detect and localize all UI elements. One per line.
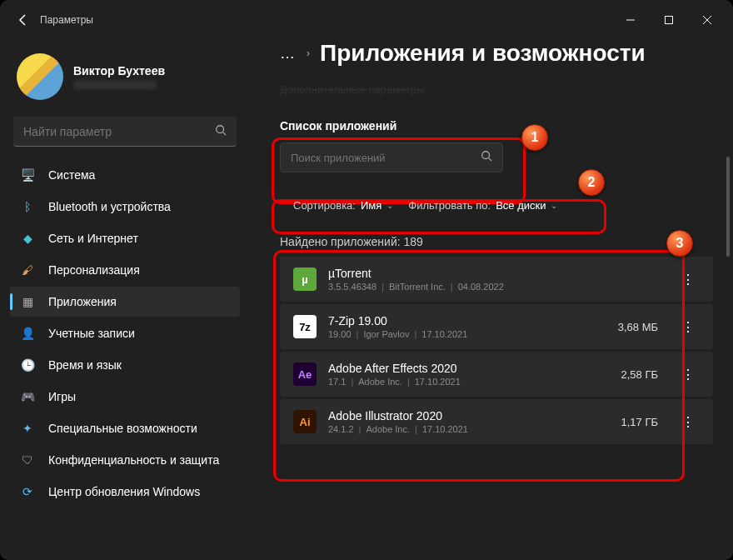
settings-search[interactable]: [13, 117, 237, 147]
nav-label: Игры: [48, 390, 76, 403]
app-size: 1,17 ГБ: [621, 416, 658, 428]
sidebar-item[interactable]: 🖥️Система: [10, 160, 240, 190]
app-name: Adobe Illustrator 2020: [328, 409, 610, 422]
nav-label: Система: [48, 168, 95, 182]
sidebar-item[interactable]: ⟳Центр обновления Windows: [10, 477, 240, 507]
nav-icon: 🖌: [20, 262, 35, 278]
sidebar-item[interactable]: 🎮Игры: [10, 382, 240, 412]
app-row[interactable]: µ µTorrent 3.5.5.46348|BitTorrent Inc.|0…: [280, 257, 713, 302]
svg-point-2: [217, 125, 224, 132]
breadcrumb-more[interactable]: …: [280, 45, 297, 62]
nav-label: Сеть и Интернет: [48, 232, 138, 245]
app-name: µTorrent: [328, 267, 646, 280]
truncated-text: Дополнительные параметры: [280, 83, 713, 96]
sidebar-item[interactable]: 🖌Персонализация: [10, 255, 240, 285]
nav-icon: ▦: [20, 294, 35, 309]
nav-label: Bluetooth и устройства: [48, 200, 171, 213]
nav-icon: 🕒: [20, 358, 35, 372]
nav-label: Центр обновления Windows: [48, 485, 200, 498]
sidebar-item[interactable]: 👤Учетные записи: [10, 318, 240, 348]
user-profile[interactable]: Виктор Бухтеев: [10, 40, 240, 117]
app-icon: Ai: [293, 410, 317, 433]
app-search-input[interactable]: [291, 152, 481, 164]
app-row[interactable]: Ae Adobe After Effects 2020 17.1|Adobe I…: [280, 352, 713, 397]
settings-search-input[interactable]: [23, 125, 215, 138]
app-row[interactable]: 7z 7-Zip 19.00 19.00|Igor Pavlov|17.10.2…: [280, 304, 713, 349]
user-name: Виктор Бухтеев: [73, 64, 165, 78]
app-list: µ µTorrent 3.5.5.46348|BitTorrent Inc.|0…: [280, 257, 713, 444]
search-icon: [215, 124, 227, 139]
nav-label: Учетные записи: [48, 327, 135, 340]
sidebar-item[interactable]: ✦Специальные возможности: [10, 413, 240, 443]
found-count: Найдено приложений: 189: [280, 235, 713, 248]
svg-point-4: [482, 152, 490, 159]
app-more-button[interactable]: ⋮: [676, 362, 700, 386]
nav-icon: 🎮: [20, 389, 35, 404]
nav-icon: ᛒ: [20, 199, 35, 214]
callout-3: 3: [666, 230, 693, 257]
app-meta: 17.1|Adobe Inc.|17.10.2021: [328, 377, 610, 387]
sidebar-item[interactable]: ▦Приложения: [10, 287, 240, 317]
sidebar-item[interactable]: ◆Сеть и Интернет: [10, 223, 240, 253]
app-name: Adobe After Effects 2020: [328, 362, 610, 375]
chevron-down-icon: ⌄: [551, 201, 557, 210]
app-size: 3,68 МБ: [618, 321, 658, 333]
window-title: Параметры: [40, 14, 93, 26]
app-name: 7-Zip 19.00: [328, 314, 606, 328]
back-button[interactable]: [7, 3, 40, 37]
nav-icon: ⟳: [20, 484, 35, 499]
filter-dropdown[interactable]: Фильтровать по: Все диски ⌄: [408, 199, 557, 212]
scrollbar[interactable]: [726, 157, 730, 257]
minimize-button[interactable]: [611, 7, 650, 33]
sort-dropdown[interactable]: Сортировка: Имя ⌄: [293, 199, 393, 212]
sidebar-item[interactable]: 🕒Время и язык: [10, 350, 240, 380]
nav-label: Персонализация: [48, 263, 140, 277]
app-meta: 19.00|Igor Pavlov|17.10.2021: [328, 329, 606, 339]
nav-icon: 🖥️: [20, 168, 35, 182]
nav-icon: ✦: [20, 421, 35, 436]
chevron-right-icon: ›: [307, 48, 310, 59]
svg-rect-1: [666, 17, 673, 24]
sidebar-item[interactable]: ᛒBluetooth и устройства: [10, 192, 240, 222]
close-button[interactable]: [688, 7, 726, 33]
nav: 🖥️СистемаᛒBluetooth и устройства◆Сеть и …: [10, 160, 240, 560]
app-row[interactable]: Ai Adobe Illustrator 2020 24.1.2|Adobe I…: [280, 399, 713, 444]
nav-label: Время и язык: [48, 358, 122, 372]
maximize-button[interactable]: [650, 7, 688, 33]
nav-label: Приложения: [48, 295, 117, 308]
app-icon: Ae: [293, 362, 317, 386]
nav-label: Специальные возможности: [48, 422, 197, 435]
app-more-button[interactable]: ⋮: [676, 315, 700, 338]
app-meta: 24.1.2|Adobe Inc.|17.10.2021: [328, 424, 610, 434]
page-title: Приложения и возможности: [320, 40, 646, 67]
search-icon: [481, 150, 492, 165]
app-meta: 3.5.5.46348|BitTorrent Inc.|04.08.2022: [328, 282, 646, 292]
svg-line-5: [489, 158, 492, 162]
app-icon: µ: [293, 268, 317, 291]
breadcrumb: … › Приложения и возможности: [280, 40, 713, 67]
app-more-button[interactable]: ⋮: [676, 410, 700, 433]
titlebar: Параметры: [0, 0, 733, 40]
callout-1: 1: [521, 124, 548, 151]
user-email: [73, 81, 157, 89]
section-title: Список приложений: [280, 119, 713, 132]
app-more-button[interactable]: ⋮: [676, 268, 700, 291]
svg-line-3: [223, 132, 227, 135]
nav-label: Конфиденциальность и защита: [48, 453, 219, 467]
app-icon: 7z: [293, 315, 317, 338]
sidebar-item[interactable]: 🛡Конфиденциальность и защита: [10, 445, 240, 475]
nav-icon: 👤: [20, 326, 35, 341]
callout-2: 2: [578, 169, 605, 196]
nav-icon: ◆: [20, 231, 35, 246]
app-search[interactable]: [280, 142, 503, 172]
app-size: 2,58 ГБ: [621, 368, 658, 381]
nav-icon: 🛡: [20, 452, 35, 468]
avatar: [17, 53, 63, 100]
chevron-down-icon: ⌄: [386, 201, 393, 210]
